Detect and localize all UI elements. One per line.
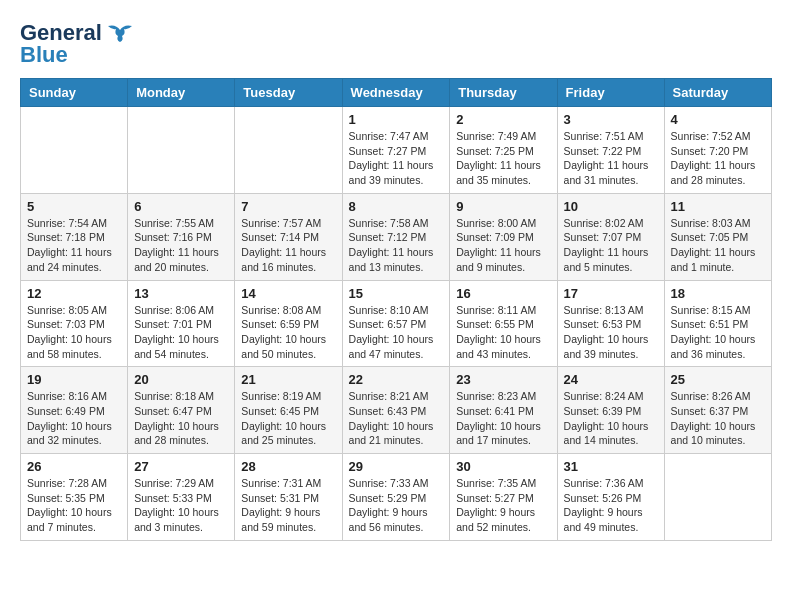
- header-monday: Monday: [128, 79, 235, 107]
- day-info: Sunrise: 8:06 AM Sunset: 7:01 PM Dayligh…: [134, 303, 228, 362]
- calendar-week-row: 5Sunrise: 7:54 AM Sunset: 7:18 PM Daylig…: [21, 193, 772, 280]
- calendar-cell: 15Sunrise: 8:10 AM Sunset: 6:57 PM Dayli…: [342, 280, 450, 367]
- day-number: 2: [456, 112, 550, 127]
- day-info: Sunrise: 7:54 AM Sunset: 7:18 PM Dayligh…: [27, 216, 121, 275]
- day-info: Sunrise: 8:21 AM Sunset: 6:43 PM Dayligh…: [349, 389, 444, 448]
- calendar-cell: 2Sunrise: 7:49 AM Sunset: 7:25 PM Daylig…: [450, 107, 557, 194]
- day-info: Sunrise: 7:52 AM Sunset: 7:20 PM Dayligh…: [671, 129, 765, 188]
- day-number: 11: [671, 199, 765, 214]
- day-info: Sunrise: 8:23 AM Sunset: 6:41 PM Dayligh…: [456, 389, 550, 448]
- day-info: Sunrise: 8:03 AM Sunset: 7:05 PM Dayligh…: [671, 216, 765, 275]
- day-info: Sunrise: 7:47 AM Sunset: 7:27 PM Dayligh…: [349, 129, 444, 188]
- header-sunday: Sunday: [21, 79, 128, 107]
- day-number: 1: [349, 112, 444, 127]
- calendar-cell: 27Sunrise: 7:29 AM Sunset: 5:33 PM Dayli…: [128, 454, 235, 541]
- calendar-cell: 9Sunrise: 8:00 AM Sunset: 7:09 PM Daylig…: [450, 193, 557, 280]
- calendar-week-row: 26Sunrise: 7:28 AM Sunset: 5:35 PM Dayli…: [21, 454, 772, 541]
- calendar-cell: 13Sunrise: 8:06 AM Sunset: 7:01 PM Dayli…: [128, 280, 235, 367]
- day-number: 25: [671, 372, 765, 387]
- day-number: 12: [27, 286, 121, 301]
- calendar-cell: 29Sunrise: 7:33 AM Sunset: 5:29 PM Dayli…: [342, 454, 450, 541]
- day-info: Sunrise: 8:08 AM Sunset: 6:59 PM Dayligh…: [241, 303, 335, 362]
- day-number: 20: [134, 372, 228, 387]
- calendar-cell: 17Sunrise: 8:13 AM Sunset: 6:53 PM Dayli…: [557, 280, 664, 367]
- page-header: General Blue: [20, 20, 772, 68]
- calendar-cell: 20Sunrise: 8:18 AM Sunset: 6:47 PM Dayli…: [128, 367, 235, 454]
- calendar-cell: 19Sunrise: 8:16 AM Sunset: 6:49 PM Dayli…: [21, 367, 128, 454]
- logo-bird-icon: [106, 22, 134, 44]
- day-info: Sunrise: 8:05 AM Sunset: 7:03 PM Dayligh…: [27, 303, 121, 362]
- calendar-header-row: SundayMondayTuesdayWednesdayThursdayFrid…: [21, 79, 772, 107]
- header-saturday: Saturday: [664, 79, 771, 107]
- calendar-week-row: 19Sunrise: 8:16 AM Sunset: 6:49 PM Dayli…: [21, 367, 772, 454]
- calendar-cell: 28Sunrise: 7:31 AM Sunset: 5:31 PM Dayli…: [235, 454, 342, 541]
- logo: General Blue: [20, 20, 134, 68]
- header-tuesday: Tuesday: [235, 79, 342, 107]
- day-info: Sunrise: 7:35 AM Sunset: 5:27 PM Dayligh…: [456, 476, 550, 535]
- day-number: 7: [241, 199, 335, 214]
- header-wednesday: Wednesday: [342, 79, 450, 107]
- day-number: 28: [241, 459, 335, 474]
- day-number: 16: [456, 286, 550, 301]
- day-number: 4: [671, 112, 765, 127]
- calendar-cell: [21, 107, 128, 194]
- calendar-cell: 6Sunrise: 7:55 AM Sunset: 7:16 PM Daylig…: [128, 193, 235, 280]
- day-number: 21: [241, 372, 335, 387]
- day-info: Sunrise: 7:33 AM Sunset: 5:29 PM Dayligh…: [349, 476, 444, 535]
- day-info: Sunrise: 8:16 AM Sunset: 6:49 PM Dayligh…: [27, 389, 121, 448]
- calendar-cell: 11Sunrise: 8:03 AM Sunset: 7:05 PM Dayli…: [664, 193, 771, 280]
- day-info: Sunrise: 7:57 AM Sunset: 7:14 PM Dayligh…: [241, 216, 335, 275]
- calendar-week-row: 12Sunrise: 8:05 AM Sunset: 7:03 PM Dayli…: [21, 280, 772, 367]
- calendar-cell: 31Sunrise: 7:36 AM Sunset: 5:26 PM Dayli…: [557, 454, 664, 541]
- day-number: 15: [349, 286, 444, 301]
- day-info: Sunrise: 7:31 AM Sunset: 5:31 PM Dayligh…: [241, 476, 335, 535]
- calendar-cell: 21Sunrise: 8:19 AM Sunset: 6:45 PM Dayli…: [235, 367, 342, 454]
- calendar-cell: 18Sunrise: 8:15 AM Sunset: 6:51 PM Dayli…: [664, 280, 771, 367]
- day-number: 24: [564, 372, 658, 387]
- day-info: Sunrise: 8:10 AM Sunset: 6:57 PM Dayligh…: [349, 303, 444, 362]
- day-number: 10: [564, 199, 658, 214]
- day-number: 13: [134, 286, 228, 301]
- calendar-cell: 30Sunrise: 7:35 AM Sunset: 5:27 PM Dayli…: [450, 454, 557, 541]
- day-info: Sunrise: 8:24 AM Sunset: 6:39 PM Dayligh…: [564, 389, 658, 448]
- day-number: 27: [134, 459, 228, 474]
- calendar-cell: 24Sunrise: 8:24 AM Sunset: 6:39 PM Dayli…: [557, 367, 664, 454]
- day-info: Sunrise: 7:55 AM Sunset: 7:16 PM Dayligh…: [134, 216, 228, 275]
- header-thursday: Thursday: [450, 79, 557, 107]
- day-number: 17: [564, 286, 658, 301]
- day-number: 9: [456, 199, 550, 214]
- day-number: 14: [241, 286, 335, 301]
- day-info: Sunrise: 7:58 AM Sunset: 7:12 PM Dayligh…: [349, 216, 444, 275]
- calendar-cell: 7Sunrise: 7:57 AM Sunset: 7:14 PM Daylig…: [235, 193, 342, 280]
- calendar-cell: [235, 107, 342, 194]
- calendar-cell: 25Sunrise: 8:26 AM Sunset: 6:37 PM Dayli…: [664, 367, 771, 454]
- calendar-cell: 22Sunrise: 8:21 AM Sunset: 6:43 PM Dayli…: [342, 367, 450, 454]
- day-number: 6: [134, 199, 228, 214]
- day-info: Sunrise: 8:13 AM Sunset: 6:53 PM Dayligh…: [564, 303, 658, 362]
- day-info: Sunrise: 8:11 AM Sunset: 6:55 PM Dayligh…: [456, 303, 550, 362]
- day-number: 22: [349, 372, 444, 387]
- day-number: 18: [671, 286, 765, 301]
- day-number: 26: [27, 459, 121, 474]
- day-info: Sunrise: 8:00 AM Sunset: 7:09 PM Dayligh…: [456, 216, 550, 275]
- day-info: Sunrise: 7:36 AM Sunset: 5:26 PM Dayligh…: [564, 476, 658, 535]
- day-info: Sunrise: 7:28 AM Sunset: 5:35 PM Dayligh…: [27, 476, 121, 535]
- calendar-cell: 26Sunrise: 7:28 AM Sunset: 5:35 PM Dayli…: [21, 454, 128, 541]
- day-number: 8: [349, 199, 444, 214]
- calendar-table: SundayMondayTuesdayWednesdayThursdayFrid…: [20, 78, 772, 541]
- calendar-cell: 12Sunrise: 8:05 AM Sunset: 7:03 PM Dayli…: [21, 280, 128, 367]
- calendar-cell: [664, 454, 771, 541]
- calendar-cell: 1Sunrise: 7:47 AM Sunset: 7:27 PM Daylig…: [342, 107, 450, 194]
- calendar-cell: 5Sunrise: 7:54 AM Sunset: 7:18 PM Daylig…: [21, 193, 128, 280]
- logo-blue-text: Blue: [20, 42, 68, 68]
- day-number: 31: [564, 459, 658, 474]
- calendar-cell: 10Sunrise: 8:02 AM Sunset: 7:07 PM Dayli…: [557, 193, 664, 280]
- calendar-cell: 3Sunrise: 7:51 AM Sunset: 7:22 PM Daylig…: [557, 107, 664, 194]
- day-info: Sunrise: 8:18 AM Sunset: 6:47 PM Dayligh…: [134, 389, 228, 448]
- calendar-cell: 8Sunrise: 7:58 AM Sunset: 7:12 PM Daylig…: [342, 193, 450, 280]
- calendar-cell: [128, 107, 235, 194]
- day-number: 29: [349, 459, 444, 474]
- day-number: 5: [27, 199, 121, 214]
- calendar-cell: 23Sunrise: 8:23 AM Sunset: 6:41 PM Dayli…: [450, 367, 557, 454]
- day-number: 3: [564, 112, 658, 127]
